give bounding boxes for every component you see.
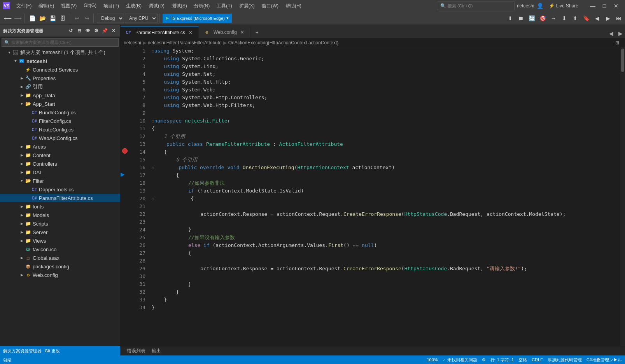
sidebar-item-connected-services[interactable]: ⚡ Connected Services xyxy=(0,65,120,74)
sidebar-item-web-config[interactable]: ⚙ Web.config xyxy=(0,271,120,279)
breadcrumb-class[interactable]: netceshi.Filter.ParamsFilterAttribute xyxy=(148,40,222,46)
status-blank[interactable]: 空格 xyxy=(518,357,527,363)
status-zoom[interactable]: 100% xyxy=(427,357,438,362)
sidebar-item-dal[interactable]: 📁 DAL xyxy=(0,168,120,177)
breadcrumb-project[interactable]: netceshi xyxy=(124,40,141,46)
open-btn[interactable]: 📂 xyxy=(38,14,47,23)
sync-icon[interactable]: ↺ xyxy=(67,27,74,34)
search-box[interactable]: 🔍 搜索 (Ctrl+Q) xyxy=(437,2,515,10)
status-position[interactable]: 行: 1 字符: 1 xyxy=(490,357,514,363)
show-all-files-icon[interactable]: 👁 xyxy=(84,27,91,34)
tab-paramsfilter-close[interactable]: ✕ xyxy=(187,30,194,36)
tab-scroll-right[interactable]: ▶ xyxy=(616,29,625,38)
menu-analyze[interactable]: 分析(N) xyxy=(191,2,213,10)
toolbar-btn-extra8[interactable]: 🔖 xyxy=(581,14,591,23)
sidebar-item-scripts[interactable]: 📁 Scripts xyxy=(0,219,120,228)
menu-git[interactable]: Git(G) xyxy=(81,2,100,10)
sidebar-item-server[interactable]: 📁 Server xyxy=(0,228,120,236)
sidebar-item-bundleconfig[interactable]: C# BundleConfig.cs xyxy=(0,108,120,117)
sidebar-item-views[interactable]: 📁 Views xyxy=(0,236,120,245)
new-tab-button[interactable]: + xyxy=(251,26,263,38)
menu-help[interactable]: 帮助(H) xyxy=(282,2,305,10)
solution-explorer-tab[interactable]: 解决方案资源管理器 xyxy=(3,348,42,354)
status-errors[interactable]: ✓ 未找到相关问题 xyxy=(443,357,477,363)
toolbar-btn-extra7[interactable]: ⬆ xyxy=(571,14,580,23)
sidebar-item-routeconfig[interactable]: C# RouteConfig.cs xyxy=(0,125,120,134)
git-changes-tab[interactable]: Git 更改 xyxy=(45,348,60,354)
menu-window[interactable]: 窗口(W) xyxy=(259,2,282,10)
platform-select[interactable]: Any CPU xyxy=(125,14,158,23)
sidebar-item-dappertools[interactable]: C# DapperTools.cs xyxy=(0,185,120,194)
pin-icon[interactable]: 📌 xyxy=(102,27,109,34)
sidebar-item-models[interactable]: 📁 Models xyxy=(0,211,120,219)
sidebar-search-box[interactable]: 🔍 搜索解决方案资源管理器(Ctrl+;) xyxy=(2,38,119,47)
sidebar-item-paramsfilterattribute[interactable]: C# ParamsFilterAttribute.cs xyxy=(0,194,120,202)
sidebar-item-favicon[interactable]: 🖼 favicon.ico xyxy=(0,245,120,254)
close-sidebar-icon[interactable]: ✕ xyxy=(110,27,117,34)
properties-icon[interactable]: ⚙ xyxy=(93,27,100,34)
sidebar-item-areas[interactable]: 📁 Areas xyxy=(0,142,120,151)
save-btn[interactable]: 💾 xyxy=(48,14,57,23)
add-to-source-control[interactable]: 添加到源代码管理 xyxy=(548,357,582,363)
live-share-button[interactable]: ⚡ Live Share xyxy=(546,2,581,9)
redo-btn[interactable]: ↪ xyxy=(82,14,92,23)
toolbar-forward-btn[interactable]: ⟶ xyxy=(13,14,23,23)
toolbar-btn-extra10[interactable]: ▶ xyxy=(603,14,613,23)
sidebar-item-filter[interactable]: 📂 Filter xyxy=(0,177,120,185)
menu-edit[interactable]: 编辑(E) xyxy=(35,2,57,10)
toolbar-btn-extra11[interactable]: ⏭ xyxy=(614,14,623,23)
breadcrumb-method[interactable]: OnActionExecuting(HttpActionContext acti… xyxy=(228,40,338,46)
sidebar-item-content[interactable]: 📁 Content xyxy=(0,151,120,159)
sidebar-item-app-data[interactable]: 📁 App_Data xyxy=(0,91,120,100)
debug-config-select[interactable]: Debug xyxy=(97,14,124,23)
toolbar-btn-extra9[interactable]: ◀ xyxy=(592,14,602,23)
run-button[interactable]: ▶ IIS Express (Microsoft Edge) ▾ xyxy=(163,14,232,23)
window-controls[interactable]: — □ ✕ xyxy=(587,0,622,12)
menu-project[interactable]: 项目(P) xyxy=(100,2,122,10)
menu-extensions[interactable]: 扩展(X) xyxy=(236,2,258,10)
tab-webconfig-close[interactable]: ✕ xyxy=(239,29,245,35)
solution-root[interactable]: VS 解决方案 'netceshi' (1 个项目, 共 1 个) xyxy=(0,48,120,57)
sidebar-item-webapiconfig[interactable]: C# WebApiConfig.cs xyxy=(0,134,120,142)
sidebar-item-references[interactable]: 🔗 引用 xyxy=(0,82,120,91)
toolbar-btn-extra5[interactable]: → xyxy=(549,14,558,23)
menu-build[interactable]: 生成(B) xyxy=(123,2,145,10)
bottom-tab-errors[interactable]: 错误列表 xyxy=(124,348,149,354)
tab-webconfig[interactable]: ⚙ Web.config ✕ xyxy=(199,26,250,38)
status-crlf[interactable]: CRLF xyxy=(532,357,543,362)
sidebar-item-controllers[interactable]: 📁 Controllers xyxy=(0,159,120,168)
sidebar-item-global-asax[interactable]: ◻ Global.asax xyxy=(0,254,120,262)
project-root[interactable]: C# netceshi xyxy=(0,57,120,65)
menu-test[interactable]: 测试(S) xyxy=(168,2,190,10)
breakpoint-line14[interactable] xyxy=(122,148,128,154)
collapse-all-icon[interactable]: ⊟ xyxy=(76,27,83,34)
menu-file[interactable]: 文件(F) xyxy=(13,2,35,10)
maximize-button[interactable]: □ xyxy=(599,0,610,12)
tab-scroll-left[interactable]: ◀ xyxy=(606,29,616,38)
menu-debug[interactable]: 调试(D) xyxy=(145,2,168,10)
minimize-button[interactable]: — xyxy=(587,0,599,12)
sidebar-item-filterconfig[interactable]: C# FilterConfig.cs xyxy=(0,117,120,125)
undo-btn[interactable]: ↩ xyxy=(72,14,82,23)
close-button[interactable]: ✕ xyxy=(610,0,622,12)
toolbar-back-btn[interactable]: ⟵ xyxy=(3,14,12,23)
scrollbar-thumb[interactable] xyxy=(621,49,624,72)
menu-bar[interactable]: 文件(F) 编辑(E) 视图(V) Git(G) 项目(P) 生成(B) 调试(… xyxy=(13,2,305,10)
sidebar-item-app-start[interactable]: 📂 App_Start xyxy=(0,100,120,108)
tab-paramsfilter[interactable]: C# ParamsFilterAttribute.cs ✕ xyxy=(121,26,199,38)
code-editor[interactable]: ⊟using System; using System.Collections.… xyxy=(149,47,620,346)
menu-tools[interactable]: 工具(T) xyxy=(214,2,235,10)
breadcrumb-expand-btn[interactable]: ⊞ xyxy=(613,38,622,47)
toolbar-btn-extra3[interactable]: 🔄 xyxy=(527,14,536,23)
toolbar-btn-extra4[interactable]: 🎯 xyxy=(538,14,547,23)
sidebar-item-fonts[interactable]: 📁 fonts xyxy=(0,202,120,211)
sidebar-item-properties[interactable]: 🔧 Properties xyxy=(0,74,120,82)
new-project-btn[interactable]: 📄 xyxy=(28,14,37,23)
toolbar-btn-extra6[interactable]: ⬇ xyxy=(560,14,569,23)
vertical-scrollbar[interactable] xyxy=(620,47,625,346)
bottom-tab-output[interactable]: 输出 xyxy=(149,348,164,354)
toolbar-btn-extra2[interactable]: ⏹ xyxy=(516,14,525,23)
menu-view[interactable]: 视图(V) xyxy=(58,2,80,10)
toolbar-btn-extra1[interactable]: ⏸ xyxy=(505,14,515,23)
sidebar-item-packages-config[interactable]: 📦 packages.config xyxy=(0,262,120,271)
